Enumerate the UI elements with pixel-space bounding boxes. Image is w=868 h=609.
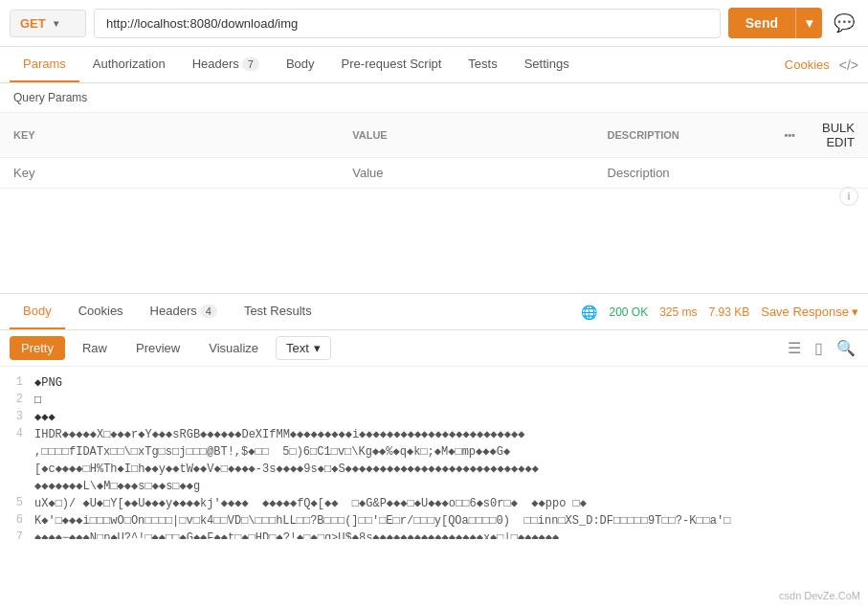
- line-num-5: 5: [0, 495, 34, 509]
- cookies-link[interactable]: Cookies: [785, 57, 830, 72]
- key-input[interactable]: [13, 166, 325, 180]
- code-line-7: 7 ◆◆◆◆−◆◆◆N□p◆U?^!□◆◆□□◆G◆◆F◆◆t□◆□HD□◆?!…: [0, 530, 868, 539]
- search-icon[interactable]: 🔍: [834, 336, 858, 360]
- watermark: csdn DevZe.CoM: [779, 590, 860, 601]
- status-size: 7.93 KB: [709, 305, 750, 319]
- line-num-1: 1: [0, 374, 34, 389]
- tab-params[interactable]: Params: [10, 47, 79, 82]
- tabs-right-actions: Cookies </>: [785, 57, 858, 73]
- comment-button[interactable]: 💬: [830, 9, 858, 37]
- line-content-5: uX◆□)/ ◆U◆□Y[◆◆U◆◆◆y◆◆◆◆kj'◆◆◆◆ ◆◆◆◆◆fQ◆…: [34, 495, 868, 512]
- table-row: [0, 158, 868, 189]
- format-tab-visualize[interactable]: Visualize: [197, 336, 270, 360]
- more-icon: •••: [784, 129, 795, 141]
- tab-tests[interactable]: Tests: [455, 47, 510, 82]
- send-dropdown-arrow[interactable]: ▾: [795, 8, 822, 38]
- query-params-section: Query Params KEY VALUE DESCRIPTION ••• B…: [0, 83, 868, 294]
- format-tab-pretty[interactable]: Pretty: [10, 336, 65, 360]
- line-content-1: ◆PNG: [34, 374, 868, 392]
- tab-prerequest[interactable]: Pre-request Script: [328, 47, 456, 82]
- format-select[interactable]: Text ▾: [276, 336, 331, 360]
- format-select-chevron: ▾: [314, 341, 321, 355]
- line-num-6: 6: [0, 512, 34, 527]
- save-response-btn[interactable]: Save Response ▾: [761, 304, 858, 319]
- col-key: KEY: [0, 113, 339, 158]
- response-tab-cookies[interactable]: Cookies: [65, 294, 137, 329]
- col-more: •••: [766, 113, 809, 158]
- response-headers-badge: 4: [200, 304, 217, 318]
- col-description: DESCRIPTION: [594, 113, 766, 158]
- method-select[interactable]: GET ▾: [10, 10, 86, 37]
- code-line-6: 6 K◆'□◆◆◆i□□□wO□On□□□□|□v□k4□□VD□\□□□hLL…: [0, 512, 868, 530]
- line-num-4: 4: [0, 426, 34, 440]
- code-line-5: 5 uX◆□)/ ◆U◆□Y[◆◆U◆◆◆y◆◆◆◆kj'◆◆◆◆ ◆◆◆◆◆f…: [0, 495, 868, 512]
- status-ok: 200 OK: [609, 305, 648, 319]
- headers-badge: 7: [242, 57, 259, 71]
- tab-settings[interactable]: Settings: [511, 47, 583, 82]
- globe-icon: 🌐: [581, 304, 597, 320]
- line-content-3: ◆◆◆: [34, 409, 868, 426]
- response-tab-test-results[interactable]: Test Results: [231, 294, 325, 329]
- format-bar: Pretty Raw Preview Visualize Text ▾ ☰ ▯ …: [0, 330, 868, 367]
- line-content-2: □: [34, 392, 868, 409]
- bulk-edit-btn[interactable]: Bulk Edit: [822, 121, 855, 149]
- code-output: 1 ◆PNG 2 □ 3 ◆◆◆ 4 IHDR◆◆◆◆◆X□◆◆◆r◆Y◆◆◆s…: [0, 367, 868, 539]
- col-bulk[interactable]: Bulk Edit: [809, 113, 868, 158]
- save-response-chevron: ▾: [852, 304, 858, 319]
- tab-headers[interactable]: Headers7: [179, 47, 273, 82]
- method-chevron: ▾: [54, 18, 58, 29]
- query-params-label: Query Params: [0, 83, 868, 113]
- request-tabs: Params Authorization Headers7 Body Pre-r…: [0, 47, 868, 83]
- url-input[interactable]: [94, 9, 721, 38]
- code-icon[interactable]: </>: [839, 57, 858, 73]
- line-content-4: IHDR◆◆◆◆◆X□◆◆◆r◆Y◆◆◆sRGB◆◆◆◆◆◆DeXIfMM◆◆◆…: [34, 426, 868, 495]
- response-tabs: Body Cookies Headers4 Test Results 🌐 200…: [0, 294, 868, 330]
- tab-body[interactable]: Body: [273, 47, 328, 82]
- line-num-3: 3: [0, 409, 34, 423]
- line-num-2: 2: [0, 392, 34, 406]
- url-bar: GET ▾ Send ▾ 💬: [0, 0, 868, 47]
- tab-authorization[interactable]: Authorization: [79, 47, 179, 82]
- send-button[interactable]: Send ▾: [728, 8, 822, 38]
- line-num-7: 7: [0, 530, 34, 539]
- description-input[interactable]: [608, 166, 752, 180]
- code-line-2: 2 □: [0, 392, 868, 409]
- send-label: Send: [728, 8, 795, 38]
- value-input[interactable]: [352, 166, 580, 180]
- response-tab-body[interactable]: Body: [10, 294, 65, 329]
- line-content-6: K◆'□◆◆◆i□□□wO□On□□□□|□v□k4□□VD□\□□□hLL□□…: [34, 512, 868, 530]
- format-bar-right: ☰ ▯ 🔍: [785, 336, 858, 360]
- response-area: Body Cookies Headers4 Test Results 🌐 200…: [0, 294, 868, 539]
- code-line-4: 4 IHDR◆◆◆◆◆X□◆◆◆r◆Y◆◆◆sRGB◆◆◆◆◆◆DeXIfMM◆…: [0, 426, 868, 495]
- response-status-bar: 🌐 200 OK 325 ms 7.93 KB Save Response ▾: [581, 304, 858, 320]
- code-line-1: 1 ◆PNG: [0, 374, 868, 392]
- line-content-7: ◆◆◆◆−◆◆◆N□p◆U?^!□◆◆□□◆G◆◆F◆◆t□◆□HD□◆?!◆□…: [34, 530, 868, 539]
- method-label: GET: [20, 16, 46, 31]
- info-button[interactable]: i: [839, 187, 858, 206]
- format-tab-raw[interactable]: Raw: [71, 336, 119, 360]
- format-select-label: Text: [286, 341, 309, 355]
- format-tab-preview[interactable]: Preview: [124, 336, 191, 360]
- status-time: 325 ms: [659, 305, 697, 319]
- code-line-3: 3 ◆◆◆: [0, 409, 868, 426]
- col-value: VALUE: [339, 113, 593, 158]
- filter-icon[interactable]: ☰: [785, 336, 804, 360]
- response-tab-headers[interactable]: Headers4: [137, 294, 231, 329]
- params-table: KEY VALUE DESCRIPTION ••• Bulk Edit: [0, 113, 868, 189]
- copy-icon[interactable]: ▯: [812, 336, 826, 360]
